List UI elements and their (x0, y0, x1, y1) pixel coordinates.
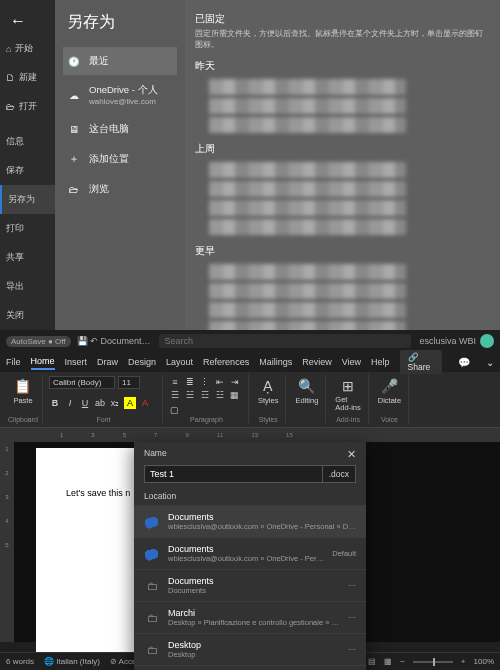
location-onedrive[interactable]: ☁OneDrive - 个人wahlove@live.com (63, 77, 177, 113)
sidebar-item-save[interactable]: 保存 (0, 156, 55, 185)
word-count[interactable]: 6 words (6, 657, 34, 666)
horizontal-ruler[interactable]: 13579111315 (0, 428, 500, 442)
sidebar-item-saveas[interactable]: 另存为 (0, 185, 55, 214)
location-thispc[interactable]: 🖥这台电脑 (63, 115, 177, 143)
folder-row[interactable] (209, 200, 490, 216)
share-button[interactable]: 🔗 Share (400, 350, 442, 374)
align-center-button[interactable]: ☱ (184, 389, 196, 401)
indent-dec-button[interactable]: ⇤ (214, 376, 226, 388)
search-box[interactable] (159, 334, 412, 348)
folder-row[interactable] (209, 302, 490, 318)
tab-design[interactable]: Design (128, 355, 156, 369)
tab-layout[interactable]: Layout (166, 355, 193, 369)
tab-review[interactable]: Review (302, 355, 332, 369)
zoom-out-icon[interactable]: − (400, 657, 405, 666)
tab-insert[interactable]: Insert (65, 355, 88, 369)
indent-inc-button[interactable]: ⇥ (229, 376, 241, 388)
view-print-icon[interactable]: ▤ (368, 657, 376, 666)
sidebar-item-close[interactable]: 关闭 (0, 301, 55, 330)
folder-row[interactable] (209, 98, 490, 114)
font-color-button[interactable]: A (139, 397, 151, 409)
tab-home[interactable]: Home (31, 354, 55, 370)
label: 信息 (6, 135, 24, 148)
search-input[interactable] (159, 334, 412, 348)
user-name[interactable]: esclusiva WBI (419, 336, 476, 346)
zoom-value[interactable]: 100% (474, 657, 494, 666)
highlight-button[interactable]: A (124, 397, 136, 409)
location-recent[interactable]: 🕐最近 (63, 47, 177, 75)
close-icon[interactable]: ✕ (347, 448, 356, 461)
styles-button[interactable]: ẠStyles (255, 376, 281, 407)
more-icon[interactable]: ⋯ (348, 613, 356, 622)
tab-file[interactable]: File (6, 355, 21, 369)
folder-row[interactable] (209, 162, 490, 178)
underline-button[interactable]: U (79, 397, 91, 409)
zoom-slider[interactable] (413, 661, 453, 663)
folder-row[interactable] (209, 117, 490, 133)
tab-draw[interactable]: Draw (97, 355, 118, 369)
tab-view[interactable]: View (342, 355, 361, 369)
tab-references[interactable]: References (203, 355, 249, 369)
location-row[interactable]: 🗀 DesktopDesktop ⋯ (134, 633, 366, 665)
sub-button[interactable]: x₂ (109, 397, 121, 409)
tab-help[interactable]: Help (371, 355, 390, 369)
group-label: Paragraph (169, 416, 244, 423)
italic-button[interactable]: I (64, 397, 76, 409)
location-row[interactable]: Documentswbiesclusiva@outlook.com » OneD… (134, 505, 366, 537)
addins-button[interactable]: ⊞Get Add-ins (332, 376, 363, 413)
more-icon[interactable]: ⋯ (348, 581, 356, 590)
justify-button[interactable]: ☳ (214, 389, 226, 401)
language-status[interactable]: 🌐 Italian (Italy) (44, 657, 100, 666)
save-icon[interactable]: 💾 (77, 336, 88, 346)
shading-button[interactable]: ▦ (229, 389, 241, 401)
view-web-icon[interactable]: ▦ (384, 657, 392, 666)
location-row[interactable]: 🗀 DocumentsDocuments ⋯ (134, 569, 366, 601)
ribbon-tabs: File Home Insert Draw Design Layout Refe… (0, 352, 500, 372)
multilevel-button[interactable]: ⋮ (199, 376, 211, 388)
folder-icon: 🗀 (144, 610, 160, 626)
undo-icon[interactable]: ↶ (90, 336, 98, 346)
location-row[interactable]: Documentswbiesclusiva@outlook.com » OneD… (134, 537, 366, 569)
tab-mailings[interactable]: Mailings (259, 355, 292, 369)
align-right-button[interactable]: ☲ (199, 389, 211, 401)
sidebar-item-export[interactable]: 导出 (0, 272, 55, 301)
folder-row[interactable] (209, 264, 490, 280)
clipboard-icon: 📋 (14, 378, 31, 394)
folder-row[interactable] (209, 283, 490, 299)
extension-select[interactable]: .docx (323, 465, 356, 483)
location-row[interactable]: 🗀 Telegram DesktopDownloads » Telegram D… (134, 665, 366, 670)
sidebar-item-print[interactable]: 打印 (0, 214, 55, 243)
zoom-in-icon[interactable]: + (461, 657, 466, 666)
sidebar-item-new[interactable]: 🗋新建 (0, 63, 55, 92)
autosave-toggle[interactable]: AutoSave ● Off (6, 336, 71, 347)
sidebar-item-info[interactable]: 信息 (0, 127, 55, 156)
location-addplace[interactable]: ＋添加位置 (63, 145, 177, 173)
sidebar-item-open[interactable]: 🗁打开 (0, 92, 55, 121)
font-size-select[interactable] (118, 376, 140, 389)
filename-input[interactable] (144, 465, 323, 483)
vertical-ruler[interactable]: 12345 (0, 442, 14, 642)
editing-button[interactable]: 🔍Editing (292, 376, 321, 407)
strike-button[interactable]: ab (94, 397, 106, 409)
comments-icon[interactable]: 💬 (458, 357, 470, 368)
bullets-button[interactable]: ≡ (169, 376, 181, 388)
avatar[interactable] (480, 334, 494, 348)
location-row[interactable]: 🗀 MarchiDesktop » Pianificazione e contr… (134, 601, 366, 633)
align-left-button[interactable]: ☰ (169, 389, 181, 401)
font-name-select[interactable] (49, 376, 115, 389)
dictate-button[interactable]: 🎤Dictate (375, 376, 404, 407)
folder-row[interactable] (209, 219, 490, 235)
bold-button[interactable]: B (49, 397, 61, 409)
collapse-ribbon-icon[interactable]: ⌄ (486, 357, 494, 368)
numbering-button[interactable]: ≣ (184, 376, 196, 388)
more-icon[interactable]: ⋯ (348, 645, 356, 654)
paste-button[interactable]: 📋Paste (8, 376, 38, 407)
doc-name[interactable]: Document… (101, 336, 151, 346)
location-browse[interactable]: 🗁浏览 (63, 175, 177, 203)
sidebar-item-home[interactable]: ⌂开始 (0, 34, 55, 63)
sidebar-item-share[interactable]: 共享 (0, 243, 55, 272)
folder-row[interactable] (209, 79, 490, 95)
back-arrow[interactable]: ← (0, 8, 55, 34)
folder-row[interactable] (209, 181, 490, 197)
borders-button[interactable]: ▢ (169, 404, 181, 416)
